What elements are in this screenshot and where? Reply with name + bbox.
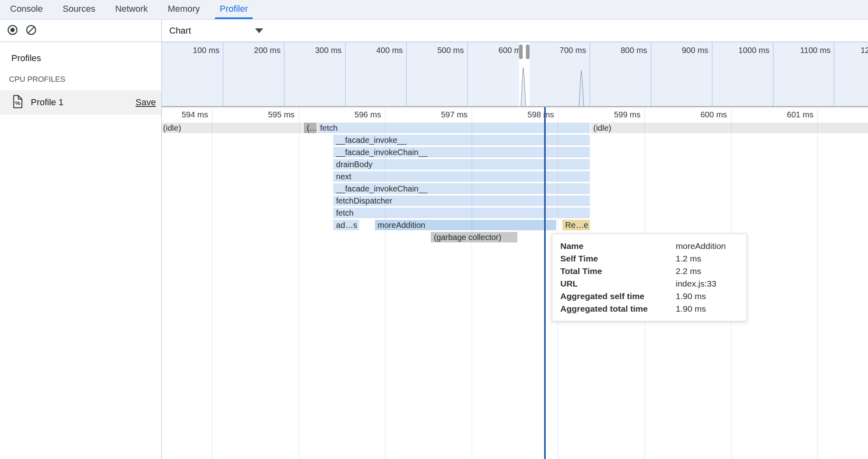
ruler-tick-label: 600 ms xyxy=(666,108,727,121)
flame-bar[interactable]: fetchDispatcher xyxy=(333,196,590,206)
tooltip-label: URL xyxy=(560,279,676,289)
profiler-panel: Chart 100 ms200 ms300 ms400 ms500 ms600 … xyxy=(162,20,868,459)
flame-bar[interactable]: (idle) xyxy=(162,123,302,133)
flame-bar[interactable]: (idle) xyxy=(591,123,868,133)
flame-chart[interactable]: (idle)(…fetch(idle)__facade_invoke____fa… xyxy=(162,121,868,459)
profiler-toolbar: Chart xyxy=(162,20,868,42)
tooltip-label: Self Time xyxy=(560,254,676,264)
ruler-tick-label: 594 ms xyxy=(162,108,208,121)
tooltip-label: Name xyxy=(560,241,676,251)
frame-tooltip: NamemoreAdditionSelf Time1.2 msTotal Tim… xyxy=(552,234,747,321)
time-marker-line xyxy=(544,107,546,459)
tab-sources[interactable]: Sources xyxy=(58,0,100,19)
tooltip-value: 2.2 ms xyxy=(676,266,738,276)
cpu-profiles-section-heading: CPU PROFILES xyxy=(9,75,65,84)
tooltip-value: 1.2 ms xyxy=(676,254,738,264)
sidebar-item-profile-1[interactable]: % Profile 1 Save xyxy=(0,90,161,115)
flame-bar[interactable]: Re…e xyxy=(562,220,590,230)
view-mode-select[interactable]: Chart xyxy=(169,20,263,41)
clear-icon xyxy=(25,24,37,38)
flame-bar[interactable]: __facade_invokeChain__ xyxy=(333,147,590,157)
sidebar-toolbar xyxy=(0,20,161,42)
selection-handle-right[interactable] xyxy=(526,45,530,59)
flame-ruler: 594 ms595 ms596 ms597 ms598 ms599 ms600 … xyxy=(162,107,868,121)
cpu-activity-spikes xyxy=(162,42,868,106)
profile-document-icon: % xyxy=(12,95,23,110)
ruler-tick-label: 595 ms xyxy=(234,108,295,121)
record-icon xyxy=(6,24,19,38)
tab-memory[interactable]: Memory xyxy=(163,0,204,19)
flame-bar[interactable]: fetch xyxy=(317,123,590,133)
flame-bar[interactable]: __facade_invoke__ xyxy=(333,135,590,145)
view-mode-label: Chart xyxy=(169,26,191,36)
tooltip-label: Aggregated total time xyxy=(560,304,676,314)
record-button[interactable] xyxy=(6,25,19,37)
flame-bar[interactable]: (garbage collector) xyxy=(431,232,517,242)
devtools-tab-bar: ConsoleSourcesNetworkMemoryProfiler xyxy=(0,0,868,20)
timeline-overview[interactable]: 100 ms200 ms300 ms400 ms500 ms600 ms700 … xyxy=(162,42,868,106)
tooltip-value: index.js:33 xyxy=(676,279,738,289)
ruler-tick-label: 599 ms xyxy=(580,108,640,121)
tab-network[interactable]: Network xyxy=(110,0,153,19)
profile-name: Profile 1 xyxy=(31,97,136,108)
flame-bar[interactable]: moreAddition xyxy=(375,220,557,230)
tooltip-value: 1.90 ms xyxy=(676,291,738,301)
save-profile-link[interactable]: Save xyxy=(136,97,156,108)
flame-bar[interactable]: (… xyxy=(304,123,317,133)
flame-bar[interactable]: __facade_invokeChain__ xyxy=(333,183,590,194)
flame-bar[interactable]: drainBody xyxy=(333,159,590,170)
ruler-tick-label: 601 ms xyxy=(753,108,813,121)
profiles-sidebar: Profiles CPU PROFILES % Profile 1 Save xyxy=(0,20,162,459)
selection-handle-left[interactable] xyxy=(519,45,523,59)
ruler-tick-label: 596 ms xyxy=(320,108,381,121)
profiles-heading: Profiles xyxy=(11,53,41,64)
tooltip-value: moreAddition xyxy=(676,241,738,251)
svg-text:%: % xyxy=(15,100,20,106)
flame-bar[interactable]: ad…s xyxy=(333,220,359,230)
clear-profiles-button[interactable] xyxy=(25,25,37,37)
chevron-down-icon xyxy=(255,28,263,33)
tab-profiler[interactable]: Profiler xyxy=(215,0,253,19)
tab-console[interactable]: Console xyxy=(5,0,48,19)
tooltip-value: 1.90 ms xyxy=(676,304,738,314)
flame-bar[interactable]: next xyxy=(333,171,590,182)
flame-bar[interactable]: fetch xyxy=(333,208,590,218)
tooltip-label: Total Time xyxy=(560,266,676,276)
tooltip-label: Aggregated self time xyxy=(560,291,676,301)
ruler-tick-label: 597 ms xyxy=(407,108,468,121)
